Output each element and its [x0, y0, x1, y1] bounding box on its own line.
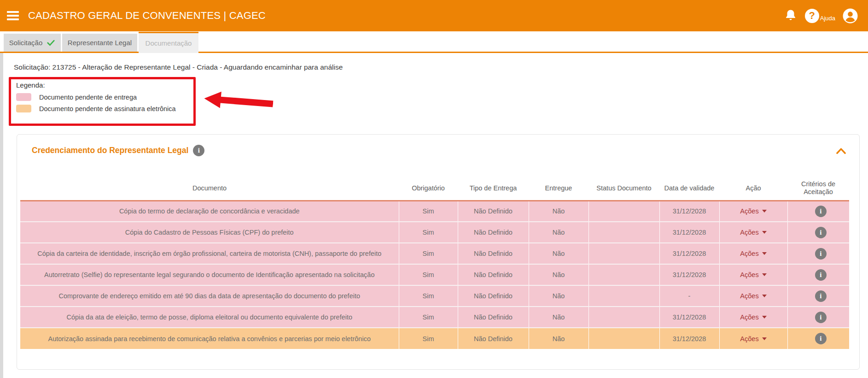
col-obrigatorio: Obrigatório — [399, 177, 458, 201]
cell-data-validade: 31/12/2028 — [659, 328, 719, 349]
cell-obrigatorio: Sim — [399, 222, 458, 243]
caret-down-icon — [762, 316, 767, 319]
legend-item-pendente-assinatura: Documento pendente de assinatura eletrôn… — [16, 105, 176, 112]
acoes-dropdown[interactable]: Ações — [740, 207, 766, 215]
table-row: Cópia do Cadastro de Pessoas Físicas (CP… — [20, 222, 849, 243]
info-icon[interactable] — [815, 290, 827, 302]
annotation-arrow-icon — [203, 89, 274, 116]
cell-acao: Ações — [719, 222, 787, 243]
cell-documento: Cópia da ata de eleição, termo de posse,… — [20, 307, 399, 328]
cell-obrigatorio: Sim — [399, 328, 458, 349]
tab-representante-label: Representante Legal — [68, 39, 132, 47]
tab-representante-legal[interactable]: Representante Legal — [62, 34, 137, 52]
hamburger-menu-icon[interactable] — [7, 9, 20, 22]
credenciamento-panel: Credenciamento do Representante Legal Do… — [17, 134, 860, 370]
cell-status-documento — [588, 285, 659, 307]
info-icon[interactable] — [193, 145, 204, 156]
legend-label: Documento pendente de assinatura eletrôn… — [39, 105, 176, 112]
col-data-validade: Data de validade — [659, 177, 719, 201]
cell-data-validade: 31/12/2028 — [659, 201, 719, 222]
table-row: Cópia da carteira de identidade, inscriç… — [20, 243, 849, 264]
cell-status-documento — [588, 328, 659, 349]
cell-acao: Ações — [719, 285, 787, 307]
collapse-chevron-up-icon[interactable] — [836, 148, 846, 156]
legend-swatch-pink — [16, 93, 31, 101]
cell-acao: Ações — [719, 243, 787, 264]
cell-entregue: Não — [529, 328, 588, 349]
col-criterios-aceitacao: Critérios de Aceitação — [787, 177, 849, 201]
caret-down-icon — [762, 252, 767, 255]
caret-down-icon — [762, 295, 767, 297]
caret-down-icon — [762, 210, 767, 213]
panel-header: Credenciamento do Representante Legal — [17, 135, 859, 156]
acoes-dropdown[interactable]: Ações — [740, 335, 766, 343]
header-actions: Ajuda — [784, 8, 868, 24]
col-status-documento: Status Documento — [588, 177, 659, 201]
cell-tipo-entrega: Não Definido — [458, 222, 529, 243]
cell-acao: Ações — [719, 264, 787, 285]
tab-bar: Solicitação Representante Legal Document… — [0, 31, 868, 53]
table-row: Autorretrato (Selfie) do representante l… — [20, 264, 849, 285]
cell-documento: Autorização assinada para recebimento de… — [20, 328, 399, 349]
cell-entregue: Não — [529, 307, 588, 328]
cell-criterios — [787, 285, 849, 307]
cell-entregue: Não — [529, 243, 588, 264]
info-icon[interactable] — [815, 333, 827, 344]
app-header: CADASTRO GERAL DE CONVENENTES | CAGEC Aj… — [0, 0, 868, 31]
cell-tipo-entrega: Não Definido — [458, 328, 529, 349]
acoes-dropdown[interactable]: Ações — [740, 313, 766, 321]
info-icon[interactable] — [815, 269, 827, 281]
cell-status-documento — [588, 243, 659, 264]
legend-title: Legenda: — [16, 81, 176, 89]
cell-entregue: Não — [529, 201, 588, 222]
documents-table: Documento Obrigatório Tipo de Entrega En… — [20, 177, 849, 349]
help-button[interactable]: Ajuda — [805, 9, 835, 23]
cell-status-documento — [588, 307, 659, 328]
cell-tipo-entrega: Não Definido — [458, 264, 529, 285]
acoes-dropdown[interactable]: Ações — [740, 292, 766, 300]
tab-documentacao[interactable]: Documentação — [139, 32, 198, 53]
col-documento: Documento — [20, 177, 399, 201]
info-icon[interactable] — [815, 206, 827, 217]
cell-obrigatorio: Sim — [399, 285, 458, 307]
info-icon[interactable] — [815, 248, 827, 260]
table-row: Cópia da ata de eleição, termo de posse,… — [20, 307, 849, 328]
user-avatar-icon[interactable] — [843, 8, 858, 24]
cell-data-validade: 31/12/2028 — [659, 243, 719, 264]
info-icon[interactable] — [815, 312, 827, 323]
table-row: Comprovante de endereço emitido em até 9… — [20, 285, 849, 307]
acoes-dropdown[interactable]: Ações — [740, 229, 766, 236]
cell-tipo-entrega: Não Definido — [458, 285, 529, 307]
cell-documento: Autorretrato (Selfie) do representante l… — [20, 264, 399, 285]
cell-acao: Ações — [719, 307, 787, 328]
cell-status-documento — [588, 264, 659, 285]
cell-data-validade: 31/12/2028 — [659, 222, 719, 243]
cell-status-documento — [588, 222, 659, 243]
cell-criterios — [787, 328, 849, 349]
cell-acao: Ações — [719, 328, 787, 349]
cell-documento: Cópia do Cadastro de Pessoas Físicas (CP… — [20, 222, 399, 243]
notifications-bell-icon[interactable] — [784, 8, 798, 23]
help-label: Ajuda — [820, 15, 835, 23]
caret-down-icon — [762, 231, 767, 234]
info-icon[interactable] — [815, 227, 827, 238]
cell-acao: Ações — [719, 201, 787, 222]
tab-solicitacao[interactable]: Solicitação — [4, 34, 61, 52]
cell-entregue: Não — [529, 222, 588, 243]
cell-criterios — [787, 307, 849, 328]
cell-entregue: Não — [529, 285, 588, 307]
cell-documento: Cópia do termo de declaração de concordâ… — [20, 201, 399, 222]
acoes-dropdown[interactable]: Ações — [740, 271, 766, 278]
cell-data-validade: 31/12/2028 — [659, 264, 719, 285]
cell-obrigatorio: Sim — [399, 307, 458, 328]
table-row: Cópia do termo de declaração de concordâ… — [20, 201, 849, 222]
col-entregue: Entregue — [529, 177, 588, 201]
table-row: Autorização assinada para recebimento de… — [20, 328, 849, 349]
acoes-dropdown[interactable]: Ações — [740, 250, 766, 257]
cell-status-documento — [588, 201, 659, 222]
cell-criterios — [787, 201, 849, 222]
request-status-line: Solicitação: 213725 - Alteração de Repre… — [14, 63, 343, 71]
check-icon — [47, 38, 55, 47]
cell-data-validade: 31/12/2028 — [659, 307, 719, 328]
cell-documento: Comprovante de endereço emitido em até 9… — [20, 285, 399, 307]
